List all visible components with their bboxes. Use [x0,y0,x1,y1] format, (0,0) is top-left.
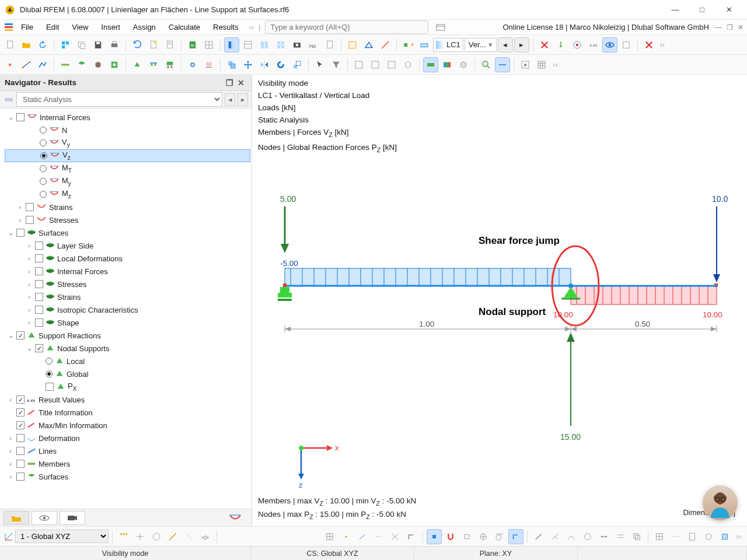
tree-result-values[interactable]: ›✓x.xxResult Values [5,393,250,406]
menu-overflow-icon[interactable]: ›› [245,23,257,32]
tool-draw-perp[interactable] [547,529,563,544]
lc-open-button[interactable] [417,37,432,52]
lc-prev-button[interactable]: ◂ [498,37,513,52]
menu-edit[interactable]: Edit [40,21,65,33]
view-4split-button[interactable] [273,37,288,52]
select-tool[interactable] [312,57,327,72]
block-manager-button[interactable] [58,37,73,52]
plausibility-button[interactable] [345,37,360,52]
tree-if-4[interactable]: My [5,175,250,188]
nav-tab-display[interactable] [32,511,57,525]
tree-support-reactions[interactable]: ⌄✓Support Reactions [5,329,250,342]
results-tree[interactable]: ⌄ Internal Forces NVyVzMTMyMz ›Strains ›… [0,108,252,509]
osnap-center-button[interactable] [459,529,474,544]
refresh-button[interactable] [35,37,50,52]
analysis-next-button[interactable]: ▸ [238,93,248,106]
osnap-tangent-button[interactable] [492,529,507,544]
assistant-avatar[interactable] [703,485,738,520]
calculate-button[interactable]: sc [185,37,200,52]
line-support-tool[interactable] [146,57,161,72]
mdi-restore-icon[interactable]: ❐ [727,23,733,32]
lc-new-button[interactable]: ✦ [400,37,416,52]
toolbar-overflow-icon[interactable]: ›› [658,40,668,49]
radio-button[interactable] [40,127,47,134]
duplicate-button[interactable] [74,37,89,52]
osnap-dash-button[interactable] [371,529,386,544]
bottom-overflow-icon[interactable]: ›› [734,532,743,541]
numbering-button[interactable]: # [518,57,533,72]
maximize-button[interactable]: □ [689,1,715,19]
measure-button[interactable] [378,37,393,52]
render-colors-button[interactable] [439,57,455,72]
lc-next-button[interactable]: ▸ [514,37,529,52]
osnap-end-button[interactable] [427,529,442,544]
tree-deformation[interactable]: ›Deformation [5,432,250,444]
tree-surf-4[interactable]: ›Strains [5,290,250,303]
close-button[interactable]: ✕ [715,1,742,19]
opening-tool[interactable] [107,57,122,72]
menu-view[interactable]: View [66,21,94,33]
surface-support-tool[interactable] [162,57,177,72]
redo-button[interactable] [146,37,161,52]
tree-members[interactable]: ›Members [5,457,250,470]
radio-button[interactable] [40,191,47,198]
menu-calculate[interactable]: Calculate [163,21,206,33]
tree-if-3[interactable]: MT [5,162,250,175]
tree-surf-3[interactable]: ›Stresses [5,278,250,290]
radio-button[interactable] [40,165,47,172]
notes-button[interactable] [322,37,337,52]
snap-lines-button[interactable] [165,529,180,544]
view-x-button[interactable] [351,57,366,72]
polyline-tool[interactable] [35,57,50,72]
solid-tool[interactable] [90,57,106,72]
screenshot-button[interactable] [289,37,305,52]
loadcase-combo[interactable]: LC1 [433,38,463,52]
tree-if-5[interactable]: Mz [5,188,250,201]
tree-px[interactable]: PX [5,380,250,393]
tree-if-0[interactable]: N [5,124,250,136]
navigator-close-button[interactable]: ✕ [235,77,247,89]
delete-results-button[interactable] [537,37,552,52]
grid-button[interactable] [534,57,549,72]
tree-lines[interactable]: ›Lines [5,444,250,457]
ortho-button[interactable] [132,529,148,544]
tree-surf-1[interactable]: ›Local Deformations [5,252,250,265]
minimize-button[interactable]: ― [662,1,689,19]
copy-tool[interactable] [224,57,239,72]
open-button[interactable] [19,37,34,52]
osnap-line-button[interactable] [355,529,370,544]
show-loads-button[interactable] [553,37,568,52]
osnap-quadrant-button[interactable] [476,529,491,544]
render-wire-button[interactable] [456,57,471,72]
tree-stresses[interactable]: ›Stresses [5,214,250,226]
tool-offset[interactable] [629,529,644,544]
osnap-perp-button[interactable] [404,529,419,544]
filter-tool[interactable] [329,57,344,72]
tree-nodal-supports[interactable]: ⌄✓Nodal Supports [5,342,250,355]
tool-section[interactable] [685,529,700,544]
tree-local[interactable]: Local [5,355,250,368]
osnap-magnet-button[interactable] [443,529,458,544]
tree-surfaces[interactable]: ⌄Surfaces [5,226,250,239]
new-button[interactable] [2,37,18,52]
tool-object-snap[interactable] [717,529,732,544]
scale-tool[interactable] [289,57,305,72]
radio-button[interactable] [40,152,47,159]
tree-if-2[interactable]: Vz [5,149,250,162]
menu-insert[interactable]: Insert [95,21,126,33]
tree-strains[interactable]: ›Strains [5,201,250,214]
tree-surf-2[interactable]: ›Internal Forces [5,265,250,278]
nav-tab-results[interactable] [222,511,248,525]
zoom-fit-button[interactable] [479,57,494,72]
radio-button[interactable] [40,139,47,146]
tool-divide[interactable] [596,529,612,544]
report-button[interactable] [162,37,177,52]
member-load-tool[interactable] [201,57,217,72]
mdi-minimize-icon[interactable]: ― [715,23,722,32]
analysis-select[interactable]: Static Analysis [16,92,222,107]
model-check-button[interactable] [361,37,376,52]
undo-button[interactable] [130,37,145,52]
tool-clipbox[interactable] [701,529,716,544]
graphics-view[interactable]: Visibility modeLC1 - Vertikallast / Vert… [252,75,747,526]
workplane-button[interactable] [198,529,213,544]
